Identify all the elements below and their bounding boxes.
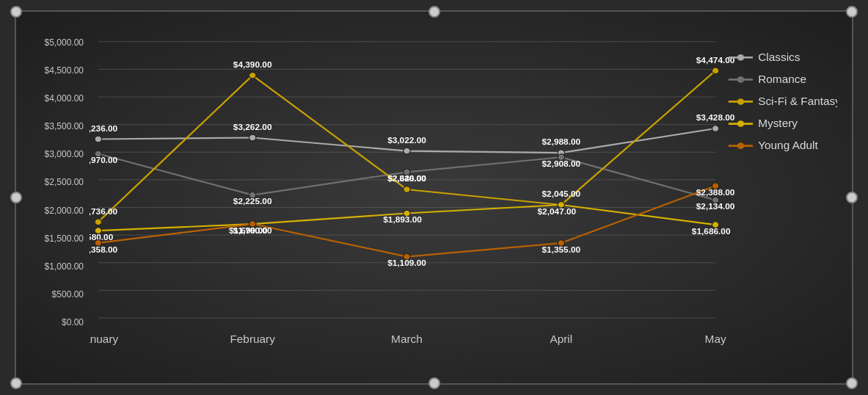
svg-text:$2,326.00: $2,326.00: [387, 175, 426, 183]
svg-text:$2,908.00: $2,908.00: [541, 160, 580, 168]
svg-text:$1,686.00: $1,686.00: [692, 228, 731, 236]
chart-inner: $5,000.00$4,500.00$4,000.00$3,500.00$3,0…: [31, 34, 837, 349]
svg-text:$2,045.00: $2,045.00: [541, 190, 580, 198]
svg-text:$2,134.00: $2,134.00: [696, 203, 735, 211]
chart-area: JanuaryFebruaryMarchAprilMay$3,236.00$3,…: [90, 34, 837, 349]
svg-text:March: March: [391, 334, 423, 345]
svg-text:$3,236.00: $3,236.00: [90, 124, 117, 132]
svg-point-71: [737, 98, 744, 105]
svg-point-67: [737, 54, 744, 61]
svg-point-24: [712, 126, 718, 132]
chart-container: $5,000.00$4,500.00$4,000.00$3,500.00$3,0…: [15, 10, 853, 385]
corner-tm: [428, 6, 440, 18]
svg-point-38: [249, 72, 255, 79]
svg-text:$2,988.00: $2,988.00: [541, 138, 580, 146]
y-axis-label: $1,000.00: [45, 261, 84, 272]
legend-label: Sci-Fi & Fantasy: [758, 95, 837, 106]
svg-text:$2,388.00: $2,388.00: [696, 189, 735, 197]
svg-text:$1,700.00: $1,700.00: [233, 226, 272, 234]
svg-text:$3,022.00: $3,022.00: [387, 136, 426, 144]
chart-svg: JanuaryFebruaryMarchAprilMay$3,236.00$3,…: [90, 34, 837, 349]
y-axis-label: $4,500.00: [45, 65, 84, 76]
svg-text:$1,580.00: $1,580.00: [90, 233, 113, 242]
svg-point-75: [737, 142, 744, 149]
corner-tl: [10, 6, 22, 18]
legend-label: Young Adult: [758, 140, 818, 151]
corner-tr: [846, 6, 858, 18]
svg-text:$1,358.00: $1,358.00: [90, 245, 117, 253]
corner-ml: [10, 192, 22, 203]
svg-text:$4,390.00: $4,390.00: [233, 60, 272, 68]
svg-text:$2,225.00: $2,225.00: [233, 198, 272, 206]
y-axis-label: $3,000.00: [45, 149, 84, 159]
svg-text:January: January: [90, 334, 119, 345]
svg-text:February: February: [230, 334, 275, 345]
legend-label: Mystery: [758, 117, 798, 128]
y-axis: $5,000.00$4,500.00$4,000.00$3,500.00$3,0…: [31, 34, 90, 349]
svg-point-16: [95, 136, 101, 142]
svg-text:May: May: [705, 334, 727, 345]
svg-point-20: [404, 148, 410, 154]
y-axis-label: $5,000.00: [45, 37, 84, 48]
y-axis-label: $2,000.00: [45, 206, 84, 216]
svg-point-73: [737, 120, 744, 127]
svg-text:April: April: [550, 334, 572, 345]
y-axis-label: $3,500.00: [45, 121, 84, 131]
corner-bl: [10, 377, 22, 389]
legend-label: Romance: [758, 73, 806, 84]
svg-text:$2,970.00: $2,970.00: [90, 156, 117, 164]
y-axis-label: $2,500.00: [45, 177, 84, 187]
y-axis-label: $0.00: [62, 317, 84, 327]
y-axis-label: $1,500.00: [45, 233, 84, 244]
svg-point-18: [249, 134, 255, 141]
svg-text:$1,736.00: $1,736.00: [90, 207, 117, 215]
svg-text:$3,262.00: $3,262.00: [233, 123, 272, 131]
svg-text:$1,109.00: $1,109.00: [387, 259, 426, 267]
corner-br: [846, 377, 858, 389]
svg-text:$2,047.00: $2,047.00: [538, 207, 577, 215]
svg-point-44: [712, 68, 718, 74]
svg-point-69: [737, 76, 744, 83]
legend-label: Classics: [758, 51, 800, 62]
svg-text:$1,355.00: $1,355.00: [541, 245, 580, 253]
corner-mr: [846, 192, 858, 203]
corner-bm: [428, 377, 440, 389]
svg-point-40: [404, 186, 410, 193]
y-axis-label: $500.00: [52, 289, 84, 300]
svg-point-36: [95, 219, 101, 225]
svg-text:$3,428.00: $3,428.00: [696, 114, 735, 122]
svg-text:$1,893.00: $1,893.00: [383, 216, 422, 224]
y-axis-label: $4,000.00: [45, 93, 84, 104]
